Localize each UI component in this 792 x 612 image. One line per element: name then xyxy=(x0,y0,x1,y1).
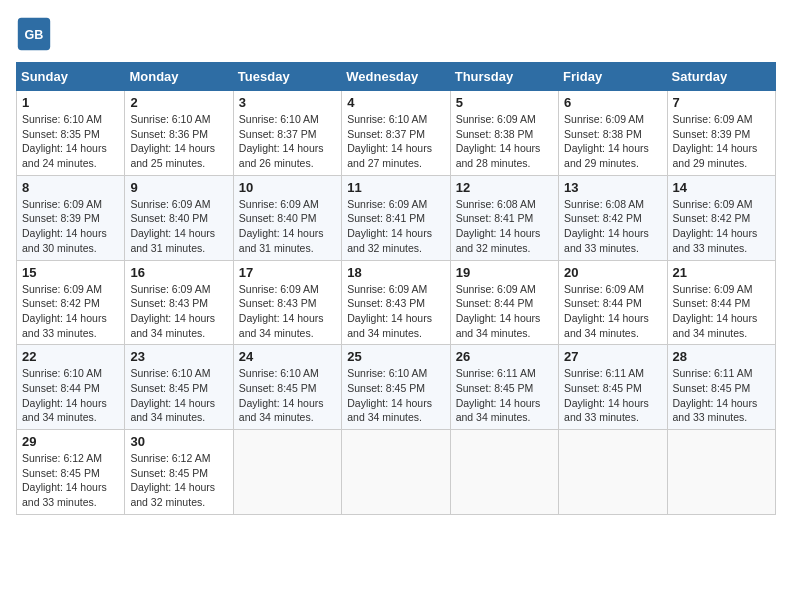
day-number: 27 xyxy=(564,349,661,364)
calendar-cell xyxy=(559,430,667,515)
calendar-cell: 27 Sunrise: 6:11 AMSunset: 8:45 PMDaylig… xyxy=(559,345,667,430)
day-number: 23 xyxy=(130,349,227,364)
weekday-header: Friday xyxy=(559,63,667,91)
logo-icon: GB xyxy=(16,16,52,52)
day-info: Sunrise: 6:09 AMSunset: 8:41 PMDaylight:… xyxy=(347,197,444,256)
calendar-week-row: 22 Sunrise: 6:10 AMSunset: 8:44 PMDaylig… xyxy=(17,345,776,430)
day-info: Sunrise: 6:12 AMSunset: 8:45 PMDaylight:… xyxy=(22,451,119,510)
day-info: Sunrise: 6:12 AMSunset: 8:45 PMDaylight:… xyxy=(130,451,227,510)
weekday-header: Wednesday xyxy=(342,63,450,91)
day-number: 26 xyxy=(456,349,553,364)
calendar-cell xyxy=(233,430,341,515)
day-number: 1 xyxy=(22,95,119,110)
calendar-cell: 20 Sunrise: 6:09 AMSunset: 8:44 PMDaylig… xyxy=(559,260,667,345)
day-number: 9 xyxy=(130,180,227,195)
day-info: Sunrise: 6:11 AMSunset: 8:45 PMDaylight:… xyxy=(564,366,661,425)
day-info: Sunrise: 6:09 AMSunset: 8:42 PMDaylight:… xyxy=(673,197,770,256)
calendar-cell: 4 Sunrise: 6:10 AMSunset: 8:37 PMDayligh… xyxy=(342,91,450,176)
calendar-cell: 25 Sunrise: 6:10 AMSunset: 8:45 PMDaylig… xyxy=(342,345,450,430)
day-number: 8 xyxy=(22,180,119,195)
day-info: Sunrise: 6:09 AMSunset: 8:43 PMDaylight:… xyxy=(130,282,227,341)
calendar-cell: 11 Sunrise: 6:09 AMSunset: 8:41 PMDaylig… xyxy=(342,175,450,260)
calendar-cell: 26 Sunrise: 6:11 AMSunset: 8:45 PMDaylig… xyxy=(450,345,558,430)
calendar-cell xyxy=(450,430,558,515)
calendar-cell: 24 Sunrise: 6:10 AMSunset: 8:45 PMDaylig… xyxy=(233,345,341,430)
calendar-cell: 6 Sunrise: 6:09 AMSunset: 8:38 PMDayligh… xyxy=(559,91,667,176)
calendar-cell: 5 Sunrise: 6:09 AMSunset: 8:38 PMDayligh… xyxy=(450,91,558,176)
day-number: 30 xyxy=(130,434,227,449)
calendar-cell: 14 Sunrise: 6:09 AMSunset: 8:42 PMDaylig… xyxy=(667,175,775,260)
weekday-header: Saturday xyxy=(667,63,775,91)
day-number: 14 xyxy=(673,180,770,195)
day-number: 3 xyxy=(239,95,336,110)
calendar-week-row: 29 Sunrise: 6:12 AMSunset: 8:45 PMDaylig… xyxy=(17,430,776,515)
weekday-header: Sunday xyxy=(17,63,125,91)
day-number: 15 xyxy=(22,265,119,280)
day-info: Sunrise: 6:09 AMSunset: 8:40 PMDaylight:… xyxy=(130,197,227,256)
calendar-cell: 1 Sunrise: 6:10 AMSunset: 8:35 PMDayligh… xyxy=(17,91,125,176)
day-info: Sunrise: 6:08 AMSunset: 8:41 PMDaylight:… xyxy=(456,197,553,256)
day-number: 5 xyxy=(456,95,553,110)
calendar-cell xyxy=(667,430,775,515)
day-info: Sunrise: 6:10 AMSunset: 8:37 PMDaylight:… xyxy=(239,112,336,171)
day-info: Sunrise: 6:09 AMSunset: 8:44 PMDaylight:… xyxy=(673,282,770,341)
day-info: Sunrise: 6:09 AMSunset: 8:44 PMDaylight:… xyxy=(456,282,553,341)
calendar-cell: 15 Sunrise: 6:09 AMSunset: 8:42 PMDaylig… xyxy=(17,260,125,345)
day-number: 11 xyxy=(347,180,444,195)
calendar-cell: 16 Sunrise: 6:09 AMSunset: 8:43 PMDaylig… xyxy=(125,260,233,345)
calendar-header-row: SundayMondayTuesdayWednesdayThursdayFrid… xyxy=(17,63,776,91)
day-info: Sunrise: 6:09 AMSunset: 8:43 PMDaylight:… xyxy=(347,282,444,341)
day-info: Sunrise: 6:09 AMSunset: 8:44 PMDaylight:… xyxy=(564,282,661,341)
day-number: 29 xyxy=(22,434,119,449)
day-info: Sunrise: 6:10 AMSunset: 8:45 PMDaylight:… xyxy=(239,366,336,425)
day-number: 2 xyxy=(130,95,227,110)
calendar-week-row: 8 Sunrise: 6:09 AMSunset: 8:39 PMDayligh… xyxy=(17,175,776,260)
calendar-cell: 29 Sunrise: 6:12 AMSunset: 8:45 PMDaylig… xyxy=(17,430,125,515)
day-number: 4 xyxy=(347,95,444,110)
calendar-cell xyxy=(342,430,450,515)
calendar-cell: 23 Sunrise: 6:10 AMSunset: 8:45 PMDaylig… xyxy=(125,345,233,430)
day-info: Sunrise: 6:11 AMSunset: 8:45 PMDaylight:… xyxy=(456,366,553,425)
day-number: 10 xyxy=(239,180,336,195)
calendar-cell: 22 Sunrise: 6:10 AMSunset: 8:44 PMDaylig… xyxy=(17,345,125,430)
day-number: 13 xyxy=(564,180,661,195)
calendar-cell: 3 Sunrise: 6:10 AMSunset: 8:37 PMDayligh… xyxy=(233,91,341,176)
day-info: Sunrise: 6:09 AMSunset: 8:38 PMDaylight:… xyxy=(456,112,553,171)
day-info: Sunrise: 6:09 AMSunset: 8:39 PMDaylight:… xyxy=(673,112,770,171)
calendar-week-row: 15 Sunrise: 6:09 AMSunset: 8:42 PMDaylig… xyxy=(17,260,776,345)
day-info: Sunrise: 6:10 AMSunset: 8:35 PMDaylight:… xyxy=(22,112,119,171)
day-info: Sunrise: 6:09 AMSunset: 8:38 PMDaylight:… xyxy=(564,112,661,171)
day-number: 19 xyxy=(456,265,553,280)
day-number: 24 xyxy=(239,349,336,364)
calendar-cell: 17 Sunrise: 6:09 AMSunset: 8:43 PMDaylig… xyxy=(233,260,341,345)
calendar-cell: 18 Sunrise: 6:09 AMSunset: 8:43 PMDaylig… xyxy=(342,260,450,345)
day-info: Sunrise: 6:10 AMSunset: 8:45 PMDaylight:… xyxy=(130,366,227,425)
day-number: 12 xyxy=(456,180,553,195)
day-info: Sunrise: 6:10 AMSunset: 8:36 PMDaylight:… xyxy=(130,112,227,171)
calendar-cell: 10 Sunrise: 6:09 AMSunset: 8:40 PMDaylig… xyxy=(233,175,341,260)
weekday-header: Tuesday xyxy=(233,63,341,91)
weekday-header: Thursday xyxy=(450,63,558,91)
calendar-cell: 28 Sunrise: 6:11 AMSunset: 8:45 PMDaylig… xyxy=(667,345,775,430)
calendar-cell: 9 Sunrise: 6:09 AMSunset: 8:40 PMDayligh… xyxy=(125,175,233,260)
day-number: 7 xyxy=(673,95,770,110)
calendar-cell: 8 Sunrise: 6:09 AMSunset: 8:39 PMDayligh… xyxy=(17,175,125,260)
day-info: Sunrise: 6:10 AMSunset: 8:37 PMDaylight:… xyxy=(347,112,444,171)
day-number: 21 xyxy=(673,265,770,280)
day-info: Sunrise: 6:09 AMSunset: 8:42 PMDaylight:… xyxy=(22,282,119,341)
svg-text:GB: GB xyxy=(25,28,44,42)
day-number: 25 xyxy=(347,349,444,364)
calendar-cell: 13 Sunrise: 6:08 AMSunset: 8:42 PMDaylig… xyxy=(559,175,667,260)
day-number: 22 xyxy=(22,349,119,364)
weekday-header: Monday xyxy=(125,63,233,91)
day-info: Sunrise: 6:09 AMSunset: 8:43 PMDaylight:… xyxy=(239,282,336,341)
calendar-cell: 7 Sunrise: 6:09 AMSunset: 8:39 PMDayligh… xyxy=(667,91,775,176)
calendar-week-row: 1 Sunrise: 6:10 AMSunset: 8:35 PMDayligh… xyxy=(17,91,776,176)
day-number: 17 xyxy=(239,265,336,280)
day-info: Sunrise: 6:09 AMSunset: 8:39 PMDaylight:… xyxy=(22,197,119,256)
calendar-cell: 19 Sunrise: 6:09 AMSunset: 8:44 PMDaylig… xyxy=(450,260,558,345)
day-info: Sunrise: 6:10 AMSunset: 8:44 PMDaylight:… xyxy=(22,366,119,425)
day-info: Sunrise: 6:11 AMSunset: 8:45 PMDaylight:… xyxy=(673,366,770,425)
calendar-cell: 21 Sunrise: 6:09 AMSunset: 8:44 PMDaylig… xyxy=(667,260,775,345)
day-info: Sunrise: 6:08 AMSunset: 8:42 PMDaylight:… xyxy=(564,197,661,256)
